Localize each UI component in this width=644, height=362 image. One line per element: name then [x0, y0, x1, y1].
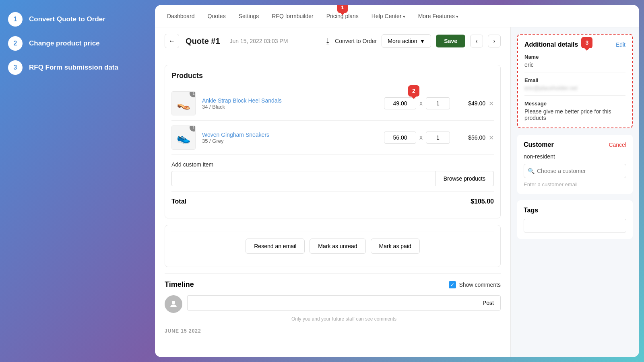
nav-pricing-area: 1 Pricing plans [326, 11, 359, 21]
custom-item-input[interactable] [171, 171, 435, 186]
step-1-badge: 1 [8, 12, 23, 27]
product-variant-1: 34 / Black [202, 104, 378, 110]
product-price-input-2[interactable] [384, 132, 416, 144]
timeline-header: Timeline ✓ Show comments [165, 280, 501, 289]
additional-details-title: Additional details [524, 41, 578, 48]
times-symbol-2: x [419, 134, 423, 141]
product-row-1: 1 👡 Ankle Strap Block Heel Sandals 34 / … [171, 86, 494, 121]
customer-title: Customer [524, 141, 554, 148]
convert-icon: ⭳ [324, 37, 332, 45]
detail-name-field: Name eric [524, 54, 625, 72]
customer-search-input[interactable] [524, 164, 626, 178]
product-price-input-1[interactable] [384, 97, 416, 109]
timeline-title: Timeline [165, 280, 194, 289]
customer-card: Customer Cancel non-resident 🔍 Enter a c… [517, 135, 633, 194]
products-section: Products 1 👡 Ankle Strap Block Heel Sand… [165, 65, 501, 218]
product-info-1: Ankle Strap Block Heel Sandals 34 / Blac… [202, 97, 378, 110]
products-title: Products [171, 72, 494, 80]
customer-search-wrap: 🔍 [524, 164, 626, 178]
detail-email-label: Email [524, 77, 625, 83]
customer-header: Customer Cancel [524, 141, 626, 148]
more-action-label: More action [388, 38, 417, 44]
product-total-2: $56.00 [453, 134, 485, 141]
step-2-badge: 2 [8, 36, 23, 51]
product-name-1[interactable]: Ankle Strap Block Heel Sandals [202, 97, 378, 104]
additional-details-card: Additional details 3 Edit Name eric Emai… [517, 34, 633, 128]
svg-point-0 [172, 301, 175, 304]
product-thumb-icon-2: 👟 [177, 131, 191, 144]
add-custom-row: Browse products [171, 171, 494, 186]
tutorial-sidebar: 1 Convert Quote to Order 2 Change produc… [0, 0, 155, 362]
product-name-2[interactable]: Woven Gingham Sneakers [202, 132, 378, 138]
nav-dashboard[interactable]: Dashboard [167, 11, 195, 21]
tags-title: Tags [524, 207, 626, 214]
detail-name-value: eric [524, 62, 625, 68]
nav-quotes[interactable]: Quotes [208, 11, 226, 21]
customer-email-hint: Enter a customer email [524, 181, 626, 187]
sidebar-item-1[interactable]: 1 Convert Quote to Order [8, 12, 147, 27]
nav-pricing-badge: 1 [337, 5, 348, 13]
step-1-label: Convert Quote to Order [29, 15, 105, 23]
edit-additional-details-link[interactable]: Edit [616, 41, 625, 48]
quote-date: Jun 15, 2022 03:03 PM [230, 38, 288, 44]
user-avatar [165, 295, 182, 313]
tags-card: Tags [517, 200, 633, 239]
product-info-2: Woven Gingham Sneakers 35 / Grey [202, 132, 378, 144]
product-qty-input-2[interactable] [426, 132, 450, 144]
action-buttons: Resend an email Mark as unread Mark as p… [171, 232, 494, 260]
main-container: Dashboard Quotes Settings RFQ formbuilde… [155, 5, 639, 357]
detail-message-field: Message Please give me better price for … [524, 101, 625, 121]
save-button[interactable]: Save [436, 35, 465, 47]
step-2-tooltip-badge: 2 [408, 85, 419, 97]
show-comments-checkbox[interactable]: ✓ [449, 281, 456, 288]
times-symbol-1: x [419, 100, 423, 107]
add-custom-section: Add custom item Browse products [171, 161, 494, 186]
mark-unread-button[interactable]: Mark as unread [310, 239, 365, 254]
action-buttons-section: Resend an email Mark as unread Mark as p… [165, 225, 501, 267]
product-image-2: 1 👟 [171, 125, 196, 150]
comment-input-wrap: Post [187, 295, 501, 311]
step-3-label: RFQ Form submission data [29, 64, 118, 72]
nav-more-features[interactable]: More Features [418, 11, 458, 21]
resend-email-button[interactable]: Resend an email [246, 239, 305, 254]
step-2-label: Change product price [29, 39, 100, 47]
remove-product-1-button[interactable]: ✕ [489, 100, 494, 107]
nav-help-center[interactable]: Help Center [372, 11, 405, 21]
total-row: Total $105.00 [171, 191, 494, 212]
right-panel: Additional details 3 Edit Name eric Emai… [510, 27, 639, 357]
more-action-button[interactable]: More action ▼ [382, 34, 431, 48]
product-qty-input-1[interactable] [426, 97, 450, 109]
show-comments-label: Show comments [459, 282, 501, 288]
post-comment-button[interactable]: Post [476, 295, 501, 311]
product-row-2: 1 👟 Woven Gingham Sneakers 35 / Grey x $… [171, 121, 494, 155]
product-total-1: $49.00 [453, 100, 485, 107]
comment-hint: Only you and your future staff can see c… [187, 316, 501, 322]
next-quote-button[interactable]: › [488, 35, 501, 47]
remove-product-2-button[interactable]: ✕ [489, 134, 494, 142]
header-actions: ⭳ Convert to Order More action ▼ Save ‹ … [324, 34, 501, 48]
detail-name-label: Name [524, 54, 625, 60]
non-resident-text: non-resident [524, 153, 626, 160]
additional-details-header: Additional details 3 Edit [524, 41, 625, 48]
step-3-badge: 3 [8, 60, 23, 75]
product-variant-2: 35 / Grey [202, 138, 378, 144]
customer-search-icon: 🔍 [528, 168, 535, 174]
customer-cancel-link[interactable]: Cancel [609, 142, 626, 148]
show-comments-row: ✓ Show comments [449, 281, 501, 288]
quote-title: Quote #1 [186, 37, 220, 46]
prev-quote-button[interactable]: ‹ [470, 35, 483, 47]
back-button[interactable]: ← [165, 34, 179, 48]
mark-paid-button[interactable]: Mark as paid [371, 239, 420, 254]
total-label: Total [171, 198, 186, 205]
add-custom-label: Add custom item [171, 161, 494, 168]
tags-input[interactable] [524, 219, 626, 232]
total-amount: $105.00 [471, 198, 494, 205]
browse-products-button[interactable]: Browse products [435, 171, 494, 186]
comment-input[interactable] [187, 295, 476, 311]
nav-rfq-formbuilder[interactable]: RFQ formbuilder [272, 11, 313, 21]
sidebar-item-2[interactable]: 2 Change product price [8, 36, 147, 51]
sidebar-item-3[interactable]: 3 RFQ Form submission data [8, 60, 147, 75]
nav-settings[interactable]: Settings [239, 11, 259, 21]
convert-to-order-button[interactable]: ⭳ Convert to Order [324, 37, 377, 45]
detail-email-value: eric@placeholder.net [524, 85, 625, 91]
